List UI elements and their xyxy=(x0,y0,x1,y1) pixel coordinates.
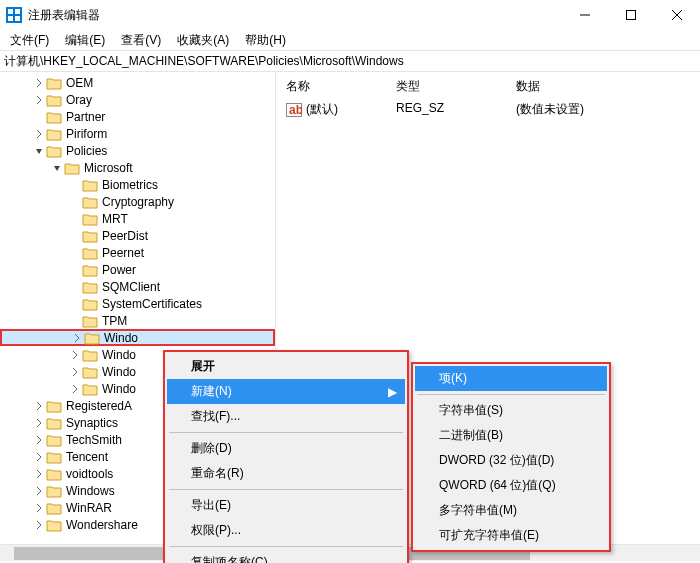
expand-arrow-icon[interactable] xyxy=(32,433,46,447)
tree-node[interactable]: Oray xyxy=(0,91,275,108)
menu-file[interactable]: 文件(F) xyxy=(4,30,55,51)
tree-label: MRT xyxy=(102,212,128,226)
string-value-icon: ab xyxy=(286,103,302,117)
tree-label: OEM xyxy=(66,76,93,90)
tree-node[interactable]: Biometrics xyxy=(0,176,275,193)
tree-node[interactable]: Cryptography xyxy=(0,193,275,210)
expand-arrow-icon[interactable] xyxy=(50,161,64,175)
tree-node[interactable]: SystemCertificates xyxy=(0,295,275,312)
tree-node[interactable]: MRT xyxy=(0,210,275,227)
ctx-find[interactable]: 查找(F)... xyxy=(167,404,405,429)
address-bar[interactable]: 计算机\HKEY_LOCAL_MACHINE\SOFTWARE\Policies… xyxy=(0,50,700,72)
expand-arrow-icon[interactable] xyxy=(32,416,46,430)
ctx-new[interactable]: 新建(N)▶ xyxy=(167,379,405,404)
expand-arrow-icon[interactable] xyxy=(32,93,46,107)
expand-arrow-icon[interactable] xyxy=(32,467,46,481)
folder-icon xyxy=(84,331,100,345)
svg-rect-4 xyxy=(15,16,20,21)
ctx-new-qword[interactable]: QWORD (64 位)值(Q) xyxy=(415,473,607,498)
address-text: 计算机\HKEY_LOCAL_MACHINE\SOFTWARE\Policies… xyxy=(4,53,404,70)
ctx-new-dword[interactable]: DWORD (32 位)值(D) xyxy=(415,448,607,473)
svg-text:ab: ab xyxy=(289,103,302,117)
tree-node[interactable]: Policies xyxy=(0,142,275,159)
tree-label: Windo xyxy=(104,331,138,345)
tree-label: Windo xyxy=(102,382,136,396)
tree-label: RegisteredA xyxy=(66,399,132,413)
expand-arrow-icon[interactable] xyxy=(68,212,82,226)
expand-arrow-icon[interactable] xyxy=(32,450,46,464)
tree-label: Partner xyxy=(66,110,105,124)
app-icon xyxy=(6,7,22,23)
tree-node[interactable]: OEM xyxy=(0,74,275,91)
col-name[interactable]: 名称 xyxy=(282,76,392,97)
expand-arrow-icon[interactable] xyxy=(68,280,82,294)
minimize-button[interactable] xyxy=(562,0,608,30)
ctx-perm[interactable]: 权限(P)... xyxy=(167,518,405,543)
maximize-button[interactable] xyxy=(608,0,654,30)
ctx-new-expand[interactable]: 可扩充字符串值(E) xyxy=(415,523,607,548)
ctx-export[interactable]: 导出(E) xyxy=(167,493,405,518)
value-data: (数值未设置) xyxy=(512,99,588,120)
expand-arrow-icon[interactable] xyxy=(68,314,82,328)
ctx-expand[interactable]: 展开 xyxy=(167,354,405,379)
folder-icon xyxy=(46,416,62,430)
folder-icon xyxy=(46,399,62,413)
folder-icon xyxy=(46,93,62,107)
tree-node[interactable]: Microsoft xyxy=(0,159,275,176)
ctx-new-binary[interactable]: 二进制值(B) xyxy=(415,423,607,448)
tree-node[interactable]: SQMClient xyxy=(0,278,275,295)
ctx-new-multi[interactable]: 多字符串值(M) xyxy=(415,498,607,523)
ctx-new-string[interactable]: 字符串值(S) xyxy=(415,398,607,423)
expand-arrow-icon[interactable] xyxy=(32,501,46,515)
col-data[interactable]: 数据 xyxy=(512,76,544,97)
folder-icon xyxy=(46,518,62,532)
expand-arrow-icon[interactable] xyxy=(32,127,46,141)
menu-help[interactable]: 帮助(H) xyxy=(239,30,292,51)
expand-arrow-icon[interactable] xyxy=(68,263,82,277)
folder-icon xyxy=(82,263,98,277)
separator xyxy=(169,432,403,433)
tree-node[interactable]: Windo xyxy=(0,329,275,346)
tree-label: Oray xyxy=(66,93,92,107)
expand-arrow-icon[interactable] xyxy=(68,178,82,192)
title-bar: 注册表编辑器 xyxy=(0,0,700,30)
expand-arrow-icon[interactable] xyxy=(68,382,82,396)
expand-arrow-icon[interactable] xyxy=(32,76,46,90)
expand-arrow-icon[interactable] xyxy=(68,348,82,362)
expand-arrow-icon[interactable] xyxy=(68,229,82,243)
close-button[interactable] xyxy=(654,0,700,30)
value-row[interactable]: ab(默认) REG_SZ (数值未设置) xyxy=(282,99,700,120)
tree-label: Windo xyxy=(102,365,136,379)
tree-label: Microsoft xyxy=(84,161,133,175)
tree-node[interactable]: Peernet xyxy=(0,244,275,261)
tree-label: TechSmith xyxy=(66,433,122,447)
tree-node[interactable]: PeerDist xyxy=(0,227,275,244)
expand-arrow-icon[interactable] xyxy=(68,195,82,209)
col-type[interactable]: 类型 xyxy=(392,76,512,97)
menu-edit[interactable]: 编辑(E) xyxy=(59,30,111,51)
expand-arrow-icon[interactable] xyxy=(32,144,46,158)
expand-arrow-icon[interactable] xyxy=(70,331,84,345)
folder-icon xyxy=(46,467,62,481)
expand-arrow-icon[interactable] xyxy=(32,484,46,498)
expand-arrow-icon[interactable] xyxy=(32,110,46,124)
expand-arrow-icon[interactable] xyxy=(68,297,82,311)
tree-label: Windows xyxy=(66,484,115,498)
menu-view[interactable]: 查看(V) xyxy=(115,30,167,51)
tree-label: Windo xyxy=(102,348,136,362)
expand-arrow-icon[interactable] xyxy=(68,246,82,260)
folder-icon xyxy=(82,195,98,209)
ctx-rename[interactable]: 重命名(R) xyxy=(167,461,405,486)
ctx-new-key[interactable]: 项(K) xyxy=(415,366,607,391)
tree-node[interactable]: Power xyxy=(0,261,275,278)
separator xyxy=(169,489,403,490)
tree-node[interactable]: TPM xyxy=(0,312,275,329)
tree-node[interactable]: Piriform xyxy=(0,125,275,142)
tree-node[interactable]: Partner xyxy=(0,108,275,125)
menu-fav[interactable]: 收藏夹(A) xyxy=(171,30,235,51)
expand-arrow-icon[interactable] xyxy=(32,399,46,413)
ctx-delete[interactable]: 删除(D) xyxy=(167,436,405,461)
ctx-copy[interactable]: 复制项名称(C) xyxy=(167,550,405,563)
expand-arrow-icon[interactable] xyxy=(68,365,82,379)
expand-arrow-icon[interactable] xyxy=(32,518,46,532)
